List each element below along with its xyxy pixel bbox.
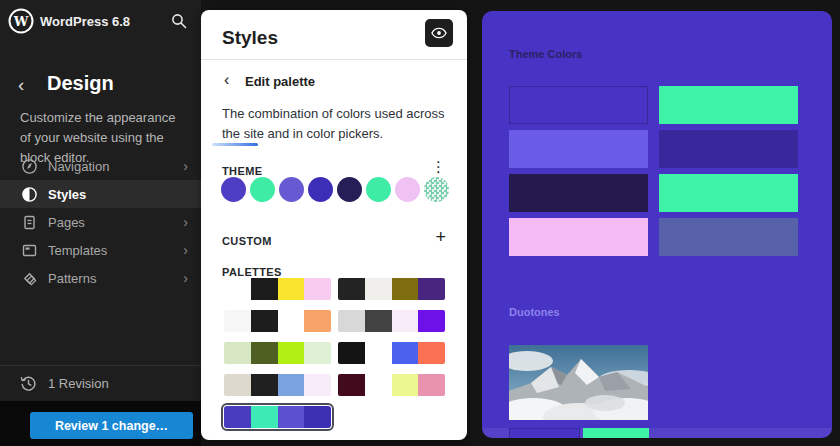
sidebar-item-label: Navigation <box>48 159 109 174</box>
design-section-title: Design <box>47 72 114 95</box>
patterns-icon <box>21 270 38 287</box>
palette-color <box>304 406 331 428</box>
preview-color-swatch <box>659 130 798 168</box>
theme-color-swatch[interactable] <box>366 177 391 202</box>
palette-grid <box>224 278 445 428</box>
panel-title: Styles <box>222 27 278 49</box>
search-icon[interactable] <box>170 12 188 30</box>
mountain-photo <box>509 345 648 420</box>
palette-option[interactable] <box>338 342 445 364</box>
plus-icon[interactable]: + <box>435 227 446 248</box>
sidebar-item-pages[interactable]: Pages › <box>0 208 201 236</box>
style-book-toggle-button[interactable] <box>425 19 453 47</box>
palette-color <box>418 278 445 300</box>
sidebar-item-templates[interactable]: Templates › <box>0 236 201 264</box>
palette-option[interactable] <box>224 342 331 364</box>
palette-color <box>278 406 305 428</box>
palette-option[interactable] <box>224 374 331 396</box>
theme-pattern-swatch[interactable] <box>424 177 449 202</box>
palette-color <box>392 310 419 332</box>
theme-section-label: THEME <box>222 165 263 177</box>
back-chevron-icon[interactable]: ‹ <box>224 71 229 89</box>
chevron-right-icon: › <box>183 270 188 286</box>
palette-color <box>365 278 392 300</box>
theme-colors-heading: Theme Colors <box>509 48 582 60</box>
preview-color-swatch <box>509 218 648 256</box>
palette-description: The combination of colors used across th… <box>222 104 452 144</box>
wordpress-logo[interactable]: W <box>8 8 34 34</box>
palette-color <box>251 310 278 332</box>
palette-color <box>418 374 445 396</box>
palette-color <box>251 406 278 428</box>
theme-color-swatch[interactable] <box>250 177 275 202</box>
revisions-label: 1 Revision <box>48 376 109 391</box>
sidebar-nav: Navigation › Styles <box>0 152 201 292</box>
palette-color <box>278 374 305 396</box>
review-changes-button[interactable]: Review 1 change… <box>30 412 193 439</box>
theme-color-swatch[interactable] <box>221 177 246 202</box>
palette-color <box>304 374 331 396</box>
theme-color-swatch[interactable] <box>308 177 333 202</box>
palette-color <box>338 342 365 364</box>
sidebar-item-label: Styles <box>48 187 86 202</box>
style-book-preview[interactable]: Theme Colors Duotones <box>482 11 832 438</box>
custom-section-label: CUSTOM <box>222 235 272 247</box>
palette-option-selected[interactable] <box>224 406 331 428</box>
palette-color <box>392 342 419 364</box>
sidebar-item-navigation[interactable]: Navigation › <box>0 152 201 180</box>
palette-color <box>251 278 278 300</box>
wordpress-version-label: WordPress 6.8 <box>40 14 130 29</box>
palette-color <box>304 342 331 364</box>
kebab-menu-icon[interactable]: ⋮ <box>431 158 446 176</box>
duotones-heading: Duotones <box>509 306 560 318</box>
palette-color <box>338 310 365 332</box>
sidebar-item-styles[interactable]: Styles <box>0 180 201 208</box>
preview-color-swatch <box>659 218 798 256</box>
palette-color <box>224 342 251 364</box>
palette-color <box>224 374 251 396</box>
styles-panel: Styles ‹ Edit palette The combination of… <box>201 10 467 440</box>
revisions-clock-icon <box>20 375 37 392</box>
sidebar-item-patterns[interactable]: Patterns › <box>0 264 201 292</box>
palette-color <box>224 310 251 332</box>
back-chevron-icon[interactable]: ‹ <box>18 72 24 98</box>
palette-color <box>278 278 305 300</box>
theme-color-swatch[interactable] <box>279 177 304 202</box>
palette-color <box>338 374 365 396</box>
palette-color <box>365 310 392 332</box>
navigation-icon <box>21 158 38 175</box>
custom-section-header: CUSTOM + <box>222 231 446 249</box>
eye-icon <box>430 24 448 42</box>
preview-color-swatch <box>509 428 580 438</box>
palette-color <box>224 278 251 300</box>
palette-option[interactable] <box>224 278 331 300</box>
palette-option[interactable] <box>224 310 331 332</box>
palette-color <box>365 374 392 396</box>
site-editor: W WordPress 6.8 ‹ Design Customize the a… <box>0 0 840 446</box>
chevron-right-icon: › <box>183 158 188 174</box>
divider <box>201 59 467 60</box>
pages-icon <box>21 214 38 231</box>
styles-icon <box>21 186 38 203</box>
palette-color <box>251 342 278 364</box>
chevron-right-icon: › <box>183 242 188 258</box>
palette-color <box>278 342 305 364</box>
palette-option[interactable] <box>338 374 445 396</box>
palettes-section-label: PALETTES <box>222 266 282 278</box>
sidebar-item-label: Pages <box>48 215 85 230</box>
theme-color-swatch[interactable] <box>395 177 420 202</box>
palette-color <box>392 374 419 396</box>
palette-color <box>392 278 419 300</box>
palette-option[interactable] <box>338 310 445 332</box>
revisions-row[interactable]: 1 Revision <box>0 365 201 401</box>
chevron-right-icon: › <box>183 214 188 230</box>
preview-color-swatch <box>659 174 798 212</box>
theme-color-swatch[interactable] <box>337 177 362 202</box>
preview-swatch-grid <box>509 86 798 256</box>
save-hub: Review 1 change… <box>0 401 201 446</box>
palette-option[interactable] <box>338 278 445 300</box>
edit-palette-label: Edit palette <box>245 74 315 89</box>
palette-color <box>304 310 331 332</box>
palette-color <box>251 374 278 396</box>
palette-color <box>224 406 251 428</box>
